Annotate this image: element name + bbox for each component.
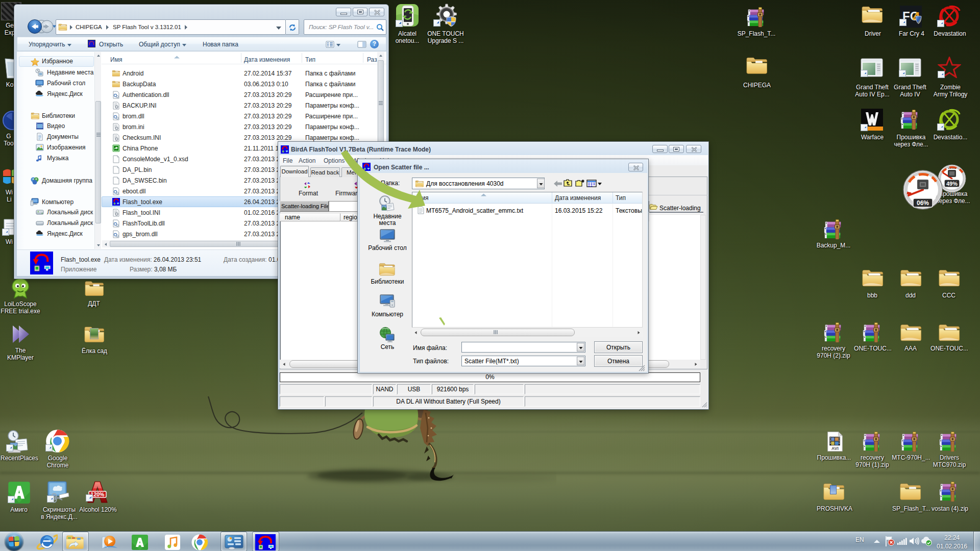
svg-text:06%: 06% bbox=[917, 199, 929, 207]
svg-text:49%: 49% bbox=[946, 181, 958, 187]
